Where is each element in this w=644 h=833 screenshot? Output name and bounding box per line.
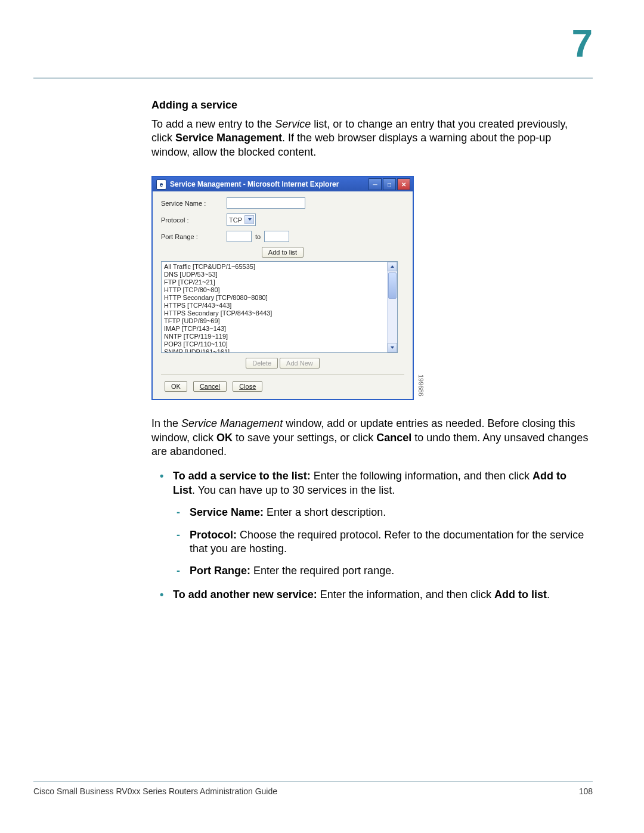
text-italic: Service Management bbox=[181, 417, 283, 429]
text-bold: To add another new service: bbox=[173, 589, 317, 600]
row-port-range: Port Range : to bbox=[161, 231, 404, 242]
figure-id: 199686 bbox=[417, 374, 425, 397]
text-bold: Service Name: bbox=[190, 506, 264, 518]
scroll-thumb[interactable] bbox=[388, 272, 397, 299]
protocol-value: TCP bbox=[229, 216, 242, 224]
bullet-item: To add another new service: Enter the in… bbox=[173, 588, 590, 602]
list-item[interactable]: POP3 [TCP/110~110] bbox=[164, 340, 385, 348]
port-range-start-input[interactable] bbox=[227, 231, 252, 242]
window-titlebar: e Service Management - Microsoft Interne… bbox=[153, 177, 413, 191]
add-to-list-button[interactable]: Add to list bbox=[262, 247, 304, 258]
dash-list: Service Name: Enter a short description.… bbox=[173, 506, 590, 578]
maximize-button[interactable]: □ bbox=[383, 178, 396, 190]
ie-icon: e bbox=[156, 179, 166, 190]
service-listbox[interactable]: All Traffic [TCP&UDP/1~65535] DNS [UDP/5… bbox=[161, 261, 398, 353]
service-list-items: All Traffic [TCP&UDP/1~65535] DNS [UDP/5… bbox=[162, 262, 387, 352]
horizontal-rule bbox=[33, 78, 593, 79]
delete-button[interactable]: Delete bbox=[246, 358, 278, 368]
footer-left: Cisco Small Business RV0xx Series Router… bbox=[33, 786, 277, 796]
dialog-window: e Service Management - Microsoft Interne… bbox=[151, 176, 414, 400]
text: Enter a short description. bbox=[264, 506, 386, 518]
ok-button[interactable]: OK bbox=[165, 381, 187, 392]
window-title: Service Management - Microsoft Internet … bbox=[170, 180, 339, 188]
dash-item: Port Range: Enter the required port rang… bbox=[190, 564, 590, 578]
paragraph-intro: To add a new entry to the Service list, … bbox=[151, 117, 590, 159]
dash-item: Service Name: Enter a short description. bbox=[190, 506, 590, 519]
minimize-button[interactable]: ─ bbox=[369, 178, 382, 190]
text-bold: Cancel bbox=[376, 432, 411, 444]
text: . bbox=[547, 589, 550, 600]
window-body: Service Name : Protocol : TCP Port Range… bbox=[153, 191, 413, 399]
scrollbar[interactable] bbox=[387, 262, 397, 352]
list-action-row: Delete Add New bbox=[161, 358, 404, 368]
text: To add a new entry to the bbox=[151, 118, 275, 130]
text: to save your settings, or click bbox=[233, 432, 376, 444]
text: In the bbox=[151, 417, 181, 429]
list-item[interactable]: HTTPS Secondary [TCP/8443~8443] bbox=[164, 309, 385, 317]
footer-page-number: 108 bbox=[579, 786, 593, 796]
bullet-list: To add a service to the list: Enter the … bbox=[151, 469, 590, 602]
label-port-range: Port Range : bbox=[161, 233, 227, 240]
text: . You can have up to 30 services in the … bbox=[192, 484, 395, 496]
text-italic: Service bbox=[275, 118, 311, 130]
section-heading: Adding a service bbox=[151, 99, 590, 112]
dialog-bottom-buttons: OK Cancel Close bbox=[161, 374, 404, 392]
text: Enter the following information, and the… bbox=[311, 470, 532, 482]
list-item[interactable]: SNMP [UDP/161~161] bbox=[164, 348, 385, 353]
text-bold: Protocol: bbox=[190, 529, 237, 541]
cancel-button[interactable]: Cancel bbox=[193, 381, 227, 392]
list-item[interactable]: HTTPS [TCP/443~443] bbox=[164, 302, 385, 309]
main-content: Adding a service To add a new entry to t… bbox=[151, 99, 590, 611]
chapter-number: 7 bbox=[571, 21, 593, 66]
list-item[interactable]: TFTP [UDP/69~69] bbox=[164, 317, 385, 325]
list-item[interactable]: HTTP [TCP/80~80] bbox=[164, 286, 385, 294]
text-bold: Port Range: bbox=[190, 565, 250, 577]
text: Enter the required port range. bbox=[250, 565, 394, 577]
chevron-down-icon bbox=[248, 218, 252, 221]
label-service-name: Service Name : bbox=[161, 200, 227, 207]
list-item[interactable]: FTP [TCP/21~21] bbox=[164, 278, 385, 286]
page-footer: Cisco Small Business RV0xx Series Router… bbox=[33, 781, 593, 796]
label-protocol: Protocol : bbox=[161, 216, 227, 224]
bullet-item: To add a service to the list: Enter the … bbox=[173, 469, 590, 578]
list-item[interactable]: IMAP [TCP/143~143] bbox=[164, 325, 385, 333]
row-service-name: Service Name : bbox=[161, 197, 404, 209]
list-item[interactable]: DNS [UDP/53~53] bbox=[164, 271, 385, 278]
text-bold: OK bbox=[216, 432, 233, 444]
text: Choose the required protocol. Refer to t… bbox=[190, 529, 584, 555]
scroll-up-button[interactable] bbox=[388, 262, 397, 271]
add-to-list-row: Add to list bbox=[161, 247, 404, 258]
close-icon[interactable]: ✕ bbox=[397, 178, 410, 190]
close-button[interactable]: Close bbox=[233, 381, 262, 392]
add-new-button[interactable]: Add New bbox=[280, 358, 320, 368]
row-protocol: Protocol : TCP bbox=[161, 213, 404, 226]
text-bold: Service Management bbox=[175, 132, 282, 144]
list-item[interactable]: HTTP Secondary [TCP/8080~8080] bbox=[164, 294, 385, 302]
protocol-select[interactable]: TCP bbox=[227, 213, 256, 226]
text-bold: To add a service to the list: bbox=[173, 470, 311, 482]
port-range-end-input[interactable] bbox=[264, 231, 289, 242]
text-bold: Add to list bbox=[494, 589, 547, 600]
paragraph-after-window: In the Service Management window, add or… bbox=[151, 417, 590, 459]
label-to: to bbox=[255, 233, 261, 240]
service-name-input[interactable] bbox=[227, 197, 305, 209]
text: Enter the information, and then click bbox=[317, 589, 494, 600]
list-item[interactable]: NNTP [TCP/119~119] bbox=[164, 333, 385, 340]
screenshot-window-wrapper: e Service Management - Microsoft Interne… bbox=[151, 176, 414, 400]
scroll-down-button[interactable] bbox=[388, 343, 397, 352]
list-item[interactable]: All Traffic [TCP&UDP/1~65535] bbox=[164, 263, 385, 271]
dash-item: Protocol: Choose the required protocol. … bbox=[190, 528, 590, 556]
